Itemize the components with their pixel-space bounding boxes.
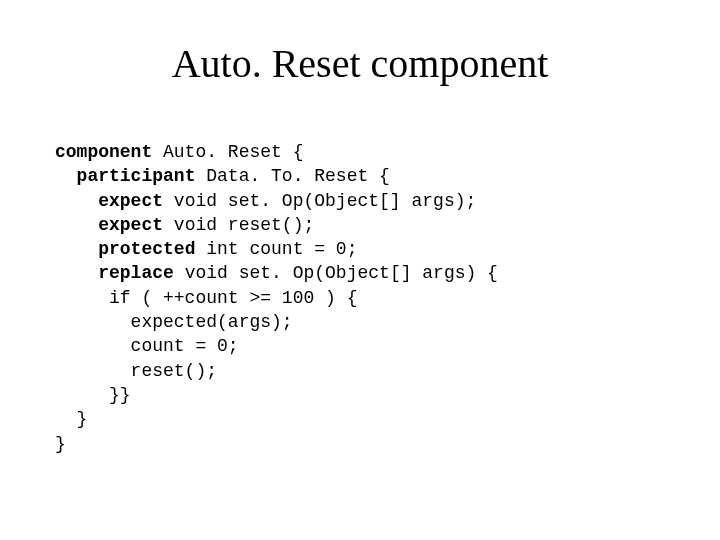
code-block: component Auto. Reset { participant Data… bbox=[55, 140, 498, 456]
slide-title: Auto. Reset component bbox=[0, 40, 720, 87]
kw-expect: expect bbox=[98, 215, 163, 235]
code-text: } bbox=[55, 409, 87, 429]
code-text: expected(args); bbox=[55, 312, 293, 332]
code-text: if ( ++count >= 100 ) { bbox=[55, 288, 357, 308]
kw-replace: replace bbox=[98, 263, 174, 283]
code-text: count = 0; bbox=[55, 336, 239, 356]
code-text: void set. Op(Object[] args) { bbox=[174, 263, 498, 283]
kw-expect: expect bbox=[98, 191, 163, 211]
kw-participant: participant bbox=[77, 166, 196, 186]
code-text: }} bbox=[55, 385, 131, 405]
kw-component: component bbox=[55, 142, 152, 162]
code-text: void reset(); bbox=[163, 215, 314, 235]
code-text: reset(); bbox=[55, 361, 217, 381]
slide: Auto. Reset component component Auto. Re… bbox=[0, 0, 720, 540]
code-text: int count = 0; bbox=[195, 239, 357, 259]
code-text: } bbox=[55, 434, 66, 454]
code-text: Data. To. Reset { bbox=[195, 166, 389, 186]
kw-protected: protected bbox=[98, 239, 195, 259]
code-text: Auto. Reset { bbox=[152, 142, 303, 162]
code-text: void set. Op(Object[] args); bbox=[163, 191, 476, 211]
